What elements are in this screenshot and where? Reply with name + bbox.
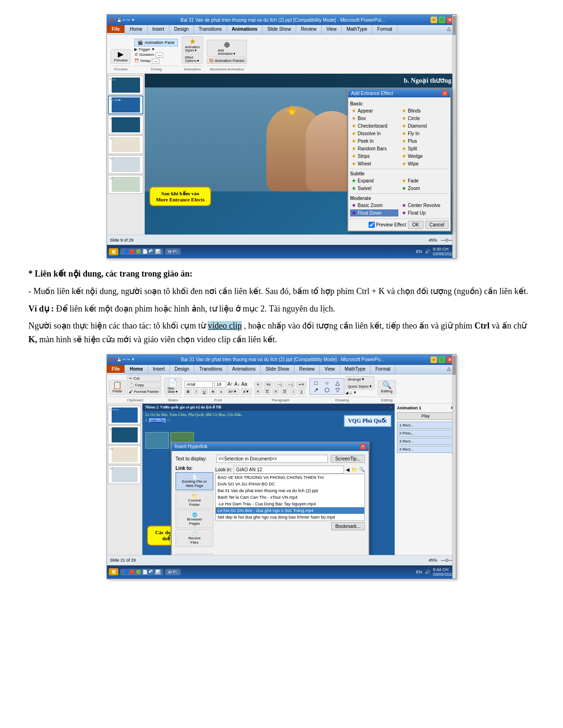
arrange-btn[interactable]: Arrange▼ (345, 376, 375, 382)
formatpainter-btn[interactable]: 🖌 Format Painter (127, 389, 161, 395)
effect-flyin[interactable]: ★Fly In (400, 130, 449, 137)
tab2-format[interactable]: Format (370, 365, 396, 374)
effect-blinds[interactable]: ★Blinds (400, 107, 449, 114)
effect-centerrevolve[interactable]: ★Center Revolve (400, 202, 449, 209)
hl-nav-search-icon[interactable]: 🔍 (359, 467, 365, 472)
tab2-slideshow[interactable]: Slide Show (261, 365, 294, 374)
effect-wedge[interactable]: ★Wedge (400, 153, 449, 160)
hl-nav-browsed[interactable]: 🌐 BrowsedPages (176, 510, 213, 528)
effect-wheel[interactable]: ★Wheel (350, 160, 398, 167)
dialog-close1[interactable]: ✕ (442, 90, 448, 96)
hl-screentip-btn[interactable]: ScreenTip... (331, 455, 365, 463)
strikethrough-btn[interactable]: S (209, 389, 216, 395)
bold-btn[interactable]: B (185, 389, 192, 395)
effect-expand[interactable]: ★Expand (350, 177, 398, 184)
linespacing-btn[interactable]: ↕ (290, 389, 297, 395)
zoom-slider1[interactable]: —⊙— (441, 238, 453, 243)
hl-nav-document[interactable]: 📋 Document (176, 554, 213, 555)
slide-thumb-11[interactable]: 11 (108, 135, 143, 154)
hl-bookmark-btn[interactable]: Bookmark... (331, 522, 365, 530)
tab2-view[interactable]: View (320, 365, 340, 374)
effect-basiczoom[interactable]: ★Basic Zoom (350, 202, 398, 209)
align-center-btn[interactable]: ☰ (263, 389, 271, 395)
slide-thumb-9[interactable]: 9 b. Ngoại... (108, 95, 143, 114)
font-grow-btn[interactable]: A↑ (228, 381, 233, 387)
taskbar-app1[interactable]: 🔵 🔴 🟢 📄 🌊 📊 (120, 248, 163, 255)
effect-floatdown[interactable]: ★Float Down (350, 209, 398, 217)
taskbar-pp-app2[interactable]: W P↑ (165, 569, 181, 575)
tab-transitions1[interactable]: Transitions (194, 25, 227, 34)
hl-file-1[interactable]: DAN SO VA SU PHAN BO DC (216, 481, 364, 487)
hl-close-btn[interactable]: ✕ (360, 444, 366, 450)
scroll-thumb2[interactable] (453, 356, 456, 375)
font-shrink-btn[interactable]: A↓ (234, 381, 240, 387)
hl-text-display-input[interactable] (216, 455, 328, 463)
tab-insert1[interactable]: Insert (148, 25, 169, 34)
main-scrollbar2[interactable] (452, 355, 456, 579)
effect-floatup[interactable]: ★Float Up (400, 209, 449, 217)
hl-nav-folder-icon[interactable]: 📁 (352, 467, 357, 472)
anim-play-btn[interactable]: Play (397, 412, 454, 420)
hl-file-2[interactable]: Bai 31 Van de phat trien thuong mai va d… (216, 487, 364, 494)
clear-format-btn[interactable]: Aa (241, 381, 247, 387)
scroll-thumb1[interactable] (453, 16, 456, 35)
highlight-btn[interactable]: A▼ (241, 389, 252, 395)
tab2-review[interactable]: Review (294, 365, 320, 374)
justify-btn[interactable]: ☰ (281, 389, 289, 395)
underline-btn[interactable]: U (201, 389, 208, 395)
tab-home1[interactable]: Home (125, 25, 148, 34)
taskbar-pp-app[interactable]: W P↑ (165, 248, 181, 255)
add-animation-more-btn[interactable]: ⊕ AddAnimation▼ (207, 40, 247, 57)
volume-icon1[interactable]: 🔊 (425, 249, 430, 254)
tab-format1[interactable]: Format (372, 25, 397, 34)
tab2-insert[interactable]: Insert (148, 365, 170, 374)
cut-btn[interactable]: ✂ Cut (127, 375, 161, 381)
anim-item-2[interactable]: 2 Pictu... (397, 430, 454, 437)
effect-peekin[interactable]: ★Peek In (350, 138, 398, 145)
effect-randombars[interactable]: ★Random Bars (350, 145, 398, 152)
tab2-transitions[interactable]: Transitions (194, 365, 228, 374)
effect-circle[interactable]: ★Circle (400, 115, 449, 122)
tab-view1[interactable]: View (322, 25, 342, 34)
anim-item-1[interactable]: 1 Rect... (397, 422, 454, 429)
effect-box[interactable]: ★Box (350, 115, 398, 122)
numbered-list-btn[interactable]: ≡# (264, 381, 273, 388)
tab-slideshow1[interactable]: Slide Show (263, 25, 296, 34)
hl-lookin-box[interactable]: GIAO AN 12 (234, 466, 344, 474)
tab2-animations[interactable]: Animations (228, 365, 261, 374)
effect-wipe[interactable]: ★Wipe (400, 160, 449, 167)
slide-thumb-10[interactable]: 10 (108, 115, 143, 134)
maximize-btn1[interactable]: □ (439, 17, 445, 23)
bullet-list-btn[interactable]: ≡· (255, 381, 263, 388)
effect-plus[interactable]: ★Plus (400, 138, 449, 145)
align-left-btn[interactable]: ≡ (255, 389, 262, 395)
hl-nav-back-icon[interactable]: ◀ (346, 467, 350, 472)
font-size-box[interactable]: 18 (214, 381, 226, 388)
taskbar-app2[interactable]: 🔵 🔴 🟢 📄 🌊 📊 (120, 569, 163, 575)
slide-thumb-8[interactable]: 8 ntr... (108, 76, 143, 95)
tab-design1[interactable]: Design (169, 25, 194, 34)
new-slide-btn[interactable]: 📄 NewSlide▼ (164, 378, 182, 395)
tab-mathtype1[interactable]: MathType (342, 25, 372, 34)
preview-checkbox[interactable]: Preview Effect (369, 222, 406, 228)
copy-btn[interactable]: 📋 Copy (127, 382, 161, 388)
italic-btn[interactable]: I (193, 389, 199, 395)
preview-check-input[interactable] (369, 222, 375, 228)
tab-review1[interactable]: Review (296, 25, 322, 34)
slide-thumb-13[interactable]: 13 (108, 175, 143, 194)
zoom-slider2[interactable]: —⊙— (441, 558, 453, 563)
editing-btn[interactable]: 🔍 Editing (378, 380, 396, 395)
slide-thumb2-23[interactable]: 23 (108, 445, 141, 464)
dialog-ok-btn[interactable]: OK (408, 221, 423, 229)
slide-thumb-12[interactable]: 12 (108, 155, 143, 174)
hl-file-6[interactable]: Net dep le hoi dua ghe ngo cua dong bao … (216, 514, 364, 520)
columns-btn[interactable]: || (298, 389, 305, 395)
main-scrollbar1[interactable] (452, 15, 456, 258)
indent-less-btn[interactable]: ←| (285, 381, 295, 388)
tab2-file[interactable]: File (107, 365, 125, 374)
tab2-mathtype[interactable]: MathType (340, 365, 371, 374)
font-name-box[interactable]: Arial (185, 381, 213, 388)
hl-nav-current[interactable]: 📁 CurrentFolder (176, 491, 213, 509)
effect-split[interactable]: ★Split (400, 145, 449, 152)
fontcolor-btn[interactable]: AY▼ (226, 389, 239, 395)
